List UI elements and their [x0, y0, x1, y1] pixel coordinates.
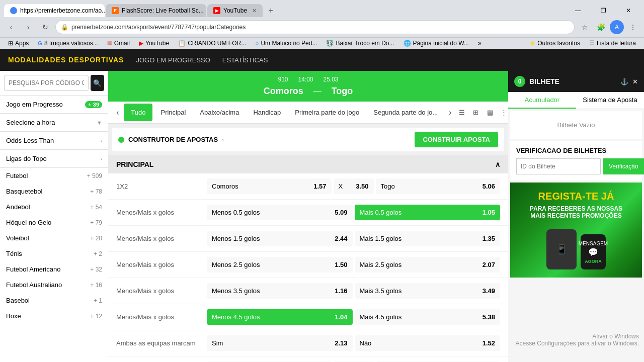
tab-handicap[interactable]: Handicap [246, 104, 288, 121]
bilhete-close-icon[interactable]: ✕ [632, 78, 638, 85]
odds-cell-mais05[interactable]: Mais 0.5 golos 1.05 [355, 205, 501, 220]
odds-cell-mais15[interactable]: Mais 1.5 golos 1.35 [355, 231, 501, 246]
refresh-button[interactable]: ↻ [38, 20, 52, 34]
bookmark-more[interactable]: » [474, 39, 486, 48]
verificacao-input-row: Verificação [516, 158, 636, 174]
tab-close-3[interactable]: ✕ [252, 8, 257, 14]
view-grid-btn[interactable]: ⊞ [470, 107, 482, 119]
tab-tudo[interactable]: Tudo [124, 104, 152, 121]
sidebar-item-selecione-hora[interactable]: Selecione a hora ▼ [0, 114, 108, 131]
tab-next-button[interactable]: › [445, 106, 455, 119]
bookmark-gmail[interactable]: ✉ Gmail [103, 39, 134, 48]
odds-cell-mais45[interactable]: Mais 4.5 golos 5.38 [355, 309, 501, 325]
tab-title-2: FlashScore: Live Football Sc... [122, 7, 204, 14]
odds-cell-menos25[interactable]: Menos 2.5 golos 1.50 [207, 257, 353, 273]
address-bar[interactable]: 🔒 premierbetzone.com/ao/sports/event/778… [55, 20, 575, 34]
maximize-button[interactable]: ❐ [592, 3, 615, 18]
profile-button[interactable]: A [610, 20, 624, 34]
tab-segunda-parte[interactable]: Segunda parte do jo... [366, 104, 445, 121]
odds-cell-menos05[interactable]: Menos 0.5 golos 5.09 [207, 205, 353, 220]
search-input[interactable] [4, 75, 89, 91]
jogo-progresso-label: Jogo em Progresso [6, 101, 63, 108]
odds-cell-togo[interactable]: Togo 5.06 [376, 178, 501, 194]
sport-andebol[interactable]: Andebol + 54 [0, 199, 108, 215]
chevron-down-icon: ▼ [97, 120, 102, 126]
view-list-btn[interactable]: ☰ [456, 107, 468, 119]
nav-jogo-progresso[interactable]: JOGO EM PROGRESSO [136, 50, 210, 70]
sidebar-ligas-section: Ligas do Topo › [0, 150, 108, 168]
view-compact-btn[interactable]: ▤ [484, 107, 496, 119]
sport-basquetebol[interactable]: Basquetebol + 78 [0, 184, 108, 199]
odds-row-ambas: Ambas as equipas marcam Sim 2.13 Não 1.5… [108, 330, 508, 356]
browser-tab-3[interactable]: ▶ YouTube ✕ [207, 4, 263, 17]
bookmark-youtube[interactable]: ▶ YouTube [135, 39, 173, 48]
sidebar-item-odds-less-than[interactable]: Odds Less Than › [0, 132, 108, 149]
sport-futebol-americano[interactable]: Futebol Americano + 32 [0, 261, 108, 277]
tab-primeira-parte[interactable]: Primeira parte do jogo [288, 104, 366, 121]
close-button[interactable]: ✕ [617, 3, 640, 18]
bilhete-tab-sistema[interactable]: Sistema de Aposta [576, 92, 644, 109]
odds-cell-menos45[interactable]: Menos 4.5 golos 1.04 [207, 309, 353, 325]
odds-cell-nao[interactable]: Não 1.52 [355, 335, 501, 351]
sport-boxe[interactable]: Boxe + 12 [0, 308, 108, 324]
odds-cell-mais25[interactable]: Mais 2.5 golos 2.07 [355, 257, 501, 273]
odds-cell-mais35[interactable]: Mais 3.5 golos 3.49 [355, 283, 501, 299]
bookmark-g1[interactable]: G 8 truques valiosos... [34, 39, 102, 48]
bookmark-outros[interactable]: ★ Outros favoritos [526, 39, 584, 48]
maluco-icon: ○ [255, 40, 259, 47]
futebol-count: + 509 [87, 172, 102, 179]
bookmark-pagina[interactable]: 🌐 Página inicial do W... [399, 39, 473, 48]
bookmark-baixar[interactable]: 💱 Baixar Troco em Do... [322, 39, 398, 48]
odds-cell-x[interactable]: X 3.50 [334, 178, 374, 194]
sidebar-item-ligas-topo[interactable]: Ligas do Topo › [0, 150, 108, 167]
gmail-icon: ✉ [107, 40, 112, 47]
bookmark-criando[interactable]: 📋 CRIANDO UM FOR... [174, 39, 250, 48]
browser-tab-2[interactable]: F FlashScore: Live Football Sc... ✕ [106, 4, 206, 17]
sport-voleibol[interactable]: Voleibol + 20 [0, 230, 108, 246]
bookmark-lista[interactable]: ☰ Lista de leitura [585, 39, 640, 48]
odds-cell-comoros[interactable]: Comoros 1.57 [207, 178, 332, 194]
bookmark-apps[interactable]: ⊞ Apps [4, 39, 33, 48]
tab-abaixo[interactable]: Abaixo/acima [193, 104, 246, 121]
new-tab-button[interactable]: + [264, 4, 278, 18]
sport-futebol-australiano[interactable]: Futebol Australiano + 16 [0, 277, 108, 293]
sport-tenis[interactable]: Ténis + 2 [0, 246, 108, 261]
basebol-label: Basebol [6, 297, 30, 304]
futebol-americano-label: Futebol Americano [6, 265, 60, 273]
bookmark-star[interactable]: ☆ [578, 20, 592, 34]
odds-cells-golos5: Menos 4.5 golos 1.04 Mais 4.5 golos 5.38 [207, 309, 500, 325]
browser-tab-1[interactable]: https://premierbetzone.com/ao... ✕ [4, 4, 105, 17]
promo-phone-2: MENSAGEM 💬 AGORA [581, 234, 606, 269]
verificar-button[interactable]: Verificação [603, 158, 644, 174]
market-golos1-label: Menos/Mais x golos [116, 209, 207, 216]
tab-view-buttons: ☰ ⊞ ▤ ⋮ [456, 107, 509, 119]
bilhete-tab-acumulador[interactable]: Acumulador [508, 92, 576, 109]
tab-prev-button[interactable]: ‹ [112, 106, 123, 119]
verificacao-input[interactable] [516, 158, 601, 174]
match-time: 14:00 [298, 76, 313, 83]
build-bet-button[interactable]: CONSTRUIR APOSTA [415, 132, 498, 147]
promo-title: REGISTA-TE JÁ [538, 191, 614, 202]
view-options-btn[interactable]: ⋮ [498, 107, 509, 119]
bilhete-pin-icon[interactable]: ⚓ [620, 78, 628, 85]
odds-cell-menos15[interactable]: Menos 1.5 golos 2.44 [207, 231, 353, 246]
sport-basebol[interactable]: Basebol + 1 [0, 293, 108, 308]
sport-hoquei[interactable]: Hóquei no Gelo + 79 [0, 215, 108, 230]
bookmark-maluco[interactable]: ○ Um Maluco no Ped... [251, 39, 321, 48]
menu-button[interactable]: ⋮ [626, 20, 640, 34]
back-button[interactable]: ‹ [4, 20, 18, 34]
search-button[interactable]: 🔍 [91, 75, 104, 91]
extensions-button[interactable]: 🧩 [594, 20, 608, 34]
tab-principal[interactable]: Principal [153, 104, 193, 121]
odds-cell-menos35[interactable]: Menos 3.5 golos 1.16 [207, 283, 353, 299]
nav-estatisticas[interactable]: ESTATÍSTICAS [222, 50, 268, 70]
sidebar-item-jogo-progresso[interactable]: Jogo em Progresso + 39 [0, 96, 108, 113]
market-ambas-label: Ambas as equipas marcam [116, 339, 207, 347]
bilhete-header: 0 BILHETE ⚓ ✕ [508, 71, 644, 92]
match-teams: Comoros — Togo [116, 86, 500, 97]
sport-futebol[interactable]: Futebol + 509 [0, 168, 108, 184]
minimize-button[interactable]: — [567, 3, 590, 18]
odds-cell-sim[interactable]: Sim 2.13 [207, 335, 353, 351]
forward-button[interactable]: › [21, 20, 35, 34]
section-collapse-icon[interactable]: ∧ [495, 160, 500, 168]
